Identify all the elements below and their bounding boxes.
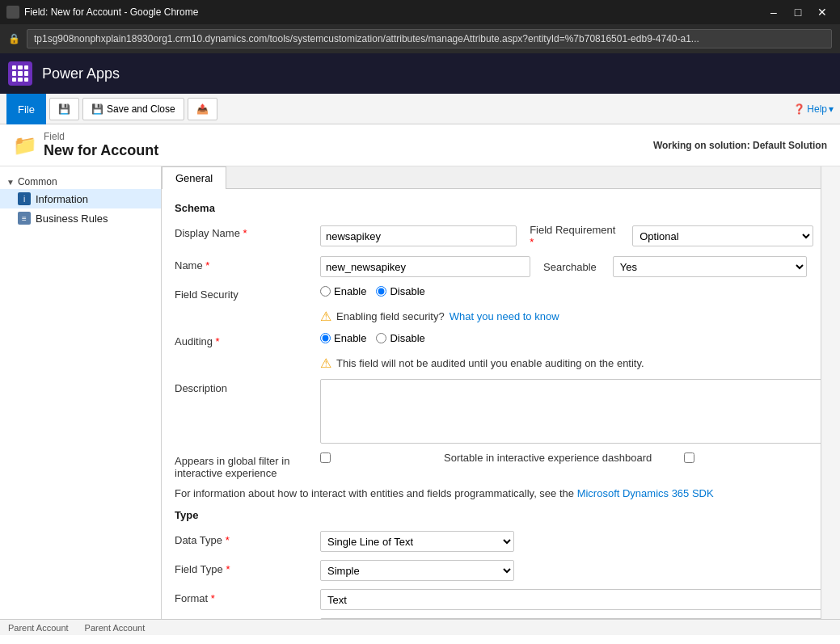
sidebar-item-information[interactable]: i Information	[0, 189, 161, 208]
tabs-bar: General	[162, 166, 821, 189]
toolbar: File 💾 💾 Save and Close 📤 ❓ Help ▾	[0, 94, 840, 124]
publish-icon: 📤	[196, 103, 209, 115]
main-layout: ▼ Common i Information ≡ Business Rules …	[0, 166, 840, 619]
help-chevron-icon: ▾	[829, 103, 834, 115]
information-icon: i	[18, 192, 31, 205]
field-security-label: Field Security	[175, 285, 320, 301]
minimize-button[interactable]: –	[762, 1, 785, 23]
searchable-label: Searchable	[543, 261, 597, 273]
title-bar: Field: New for Account - Google Chrome –…	[0, 0, 840, 24]
auditing-disable-option[interactable]: Disable	[376, 332, 424, 344]
format-row: Format * Text Email URL Phone	[175, 589, 808, 610]
page-title: New for Account	[44, 142, 158, 159]
max-length-input[interactable]	[320, 618, 821, 619]
field-security-link[interactable]: What you need to know	[450, 310, 559, 322]
data-type-label: Data Type *	[175, 531, 320, 546]
auditing-warning-row: ⚠ This field will not be audited until y…	[320, 356, 808, 371]
auditing-enable-radio[interactable]	[320, 333, 331, 343]
auditing-warning-icon: ⚠	[320, 356, 331, 371]
business-rules-icon: ≡	[18, 212, 31, 225]
file-button[interactable]: File	[6, 94, 46, 124]
address-bar: 🔒	[0, 24, 840, 53]
sidebar-section-label: Common	[18, 176, 57, 187]
collapse-arrow-icon: ▼	[6, 178, 15, 187]
right-panel	[821, 166, 840, 619]
field-security-enable-radio[interactable]	[320, 286, 331, 297]
description-textarea[interactable]	[320, 379, 821, 444]
app-header: Power Apps	[0, 53, 840, 94]
save-icon: 💾	[58, 103, 70, 115]
lock-icon: 🔒	[8, 33, 20, 44]
breadcrumb: Field	[44, 131, 158, 142]
sidebar-item-information-label: Information	[36, 193, 88, 205]
browser-icon	[6, 6, 19, 19]
field-type-select[interactable]: Simple Calculated Rollup	[320, 560, 514, 581]
auditing-label: Auditing *	[175, 332, 320, 347]
filter-sortable-row: Appears in global filter in interactive …	[175, 452, 808, 479]
solution-name: Default Solution	[753, 140, 827, 151]
type-section-title: Type	[175, 509, 808, 521]
help-button[interactable]: ❓ Help ▾	[793, 103, 834, 115]
name-row: Name * Searchable Yes No	[175, 256, 808, 277]
type-section: Type Data Type * Single Line of Text Mul…	[175, 509, 808, 619]
description-label: Description	[175, 379, 320, 394]
field-security-disable-radio[interactable]	[376, 286, 386, 297]
maximize-button[interactable]: □	[787, 1, 809, 23]
auditing-warning-text: This field will not be audited until you…	[336, 357, 644, 369]
window-controls[interactable]: – □ ✕	[762, 1, 834, 23]
max-length-row: Maximum Length *	[175, 618, 808, 619]
sidebar-item-business-rules[interactable]: ≡ Business Rules	[0, 208, 161, 228]
save-button[interactable]: 💾	[49, 98, 79, 120]
field-requirement-label: Field Requirement *	[530, 224, 616, 248]
searchable-select[interactable]: Yes No	[613, 256, 807, 277]
solution-info: Working on solution: Default Solution	[653, 140, 827, 151]
save-close-icon: 💾	[91, 103, 103, 115]
field-security-warning-text: Enabling field security?	[336, 310, 445, 322]
bottom-item-1: Parent Account	[8, 623, 69, 633]
sortable-checkbox[interactable]	[684, 452, 694, 463]
sortable-label: Sortable in interactive experience dashb…	[444, 452, 652, 464]
close-button[interactable]: ✕	[811, 1, 834, 23]
name-input[interactable]	[320, 256, 530, 277]
window-title: Field: New for Account - Google Chrome	[24, 6, 198, 18]
appears-global-filter-checkbox[interactable]	[320, 452, 331, 463]
sidebar-section-common[interactable]: ▼ Common	[0, 173, 161, 189]
waffle-icon[interactable]	[8, 61, 32, 86]
bottom-item-2: Parent Account	[85, 623, 146, 633]
page-header: 📁 Field New for Account Working on solut…	[0, 124, 840, 166]
field-requirement-select[interactable]: Optional Business Recommended Business R…	[632, 225, 813, 246]
auditing-enable-option[interactable]: Enable	[320, 332, 366, 344]
auditing-row: Auditing * Enable Disable	[175, 332, 808, 347]
description-row: Description	[175, 379, 808, 444]
name-label: Name *	[175, 256, 320, 271]
help-icon: ❓	[793, 103, 805, 115]
url-input[interactable]	[27, 29, 832, 48]
schema-section-title: Schema	[175, 202, 808, 214]
folder-icon: 📁	[13, 134, 37, 157]
save-close-button[interactable]: 💾 Save and Close	[82, 98, 184, 120]
data-type-row: Data Type * Single Line of Text Multiple…	[175, 531, 808, 552]
sdk-link[interactable]: Microsoft Dynamics 365 SDK	[577, 487, 714, 499]
warning-icon: ⚠	[320, 309, 331, 324]
format-select[interactable]: Text Email URL Phone	[320, 589, 821, 610]
display-name-label: Display Name *	[175, 224, 320, 239]
auditing-disable-radio[interactable]	[376, 333, 386, 343]
required-star: *	[243, 227, 247, 239]
sdk-info-row: For information about how to interact wi…	[175, 487, 808, 499]
display-name-input[interactable]	[320, 225, 517, 246]
sidebar-item-business-rules-label: Business Rules	[36, 213, 108, 225]
field-security-enable-option[interactable]: Enable	[320, 285, 366, 297]
data-type-select[interactable]: Single Line of Text Multiple Lines of Te…	[320, 531, 514, 552]
form-content: Schema Display Name * Field Requirement …	[162, 189, 821, 619]
bottom-bar: Parent Account Parent Account	[0, 619, 840, 635]
auditing-radio-group: Enable Disable	[320, 332, 425, 344]
sidebar: ▼ Common i Information ≡ Business Rules	[0, 166, 162, 619]
field-type-row: Field Type * Simple Calculated Rollup	[175, 560, 808, 581]
display-name-row: Display Name * Field Requirement * Optio…	[175, 224, 808, 248]
publish-button[interactable]: 📤	[188, 98, 217, 120]
app-title: Power Apps	[42, 65, 120, 82]
tab-general[interactable]: General	[162, 166, 226, 189]
breadcrumb-section: 📁 Field New for Account	[13, 131, 158, 159]
name-required-star: *	[205, 259, 209, 271]
field-security-disable-option[interactable]: Disable	[376, 285, 424, 297]
